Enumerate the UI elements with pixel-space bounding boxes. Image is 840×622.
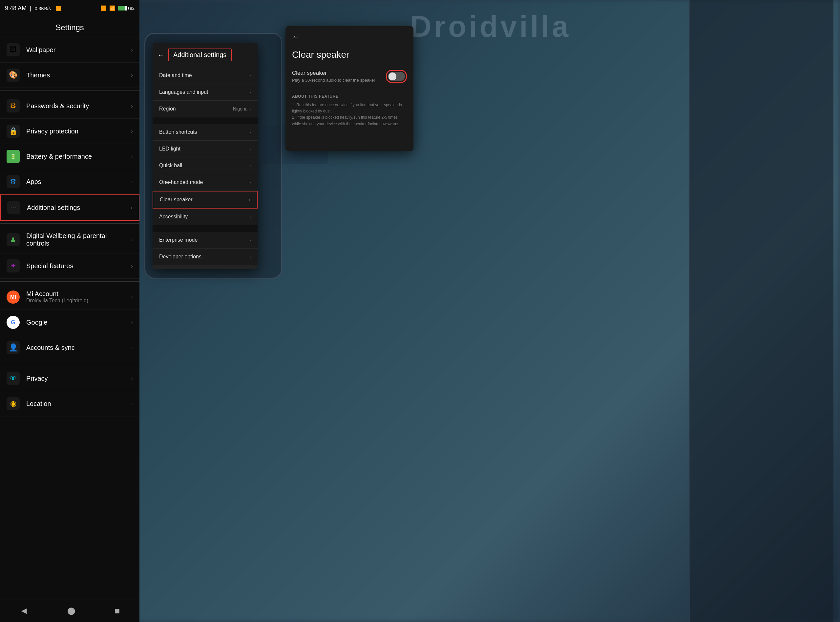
apps-chevron: › [131, 178, 133, 185]
clear-speaker-sublabel: Play a 30-second audio to clear the spea… [292, 78, 386, 82]
menu-item-date-time[interactable]: Date and time › [153, 67, 258, 84]
sidebar-item-accounts-sync[interactable]: 👤 Accounts & sync › [0, 335, 139, 360]
menu-item-languages[interactable]: Languages and input › [153, 84, 258, 101]
location-icon: ◉ [6, 397, 20, 410]
status-bar: 9:48 AM | 0.3KB/s 📶 📶 📶 82 [0, 0, 139, 17]
clear-speaker-toggle[interactable] [388, 72, 405, 81]
date-time-label: Date and time [159, 72, 192, 78]
sidebar-item-apps[interactable]: ⚙ Apps › [0, 169, 139, 194]
accessibility-label: Accessibility [159, 214, 188, 220]
status-right: 📶 📶 82 [101, 5, 134, 11]
clear-speaker-info: Clear speaker Play a 30-second audio to … [292, 70, 386, 82]
wallpaper-chevron: › [131, 47, 133, 53]
region-chevron: › [249, 106, 251, 111]
location-label: Location [26, 400, 131, 407]
phone-mockup-right-bg [689, 0, 834, 622]
accounts-sync-chevron: › [131, 344, 133, 351]
mi-account-chevron: › [131, 293, 133, 300]
digital-wellbeing-icon: ♟ [6, 233, 20, 246]
menu-item-clear-speaker[interactable]: Clear speaker › [153, 191, 258, 209]
quick-ball-chevron: › [249, 163, 251, 168]
special-features-label: Special features [26, 262, 131, 270]
menu-item-enterprise[interactable]: Enterprise mode › [153, 232, 258, 248]
sidebar-item-additional-settings[interactable]: ⋯ Additional settings › [0, 194, 139, 221]
privacy-icon: 👁 [6, 372, 20, 385]
menu-item-quick-ball[interactable]: Quick ball › [153, 157, 258, 174]
apps-label: Apps [26, 178, 131, 186]
privacy-label: Privacy [26, 375, 131, 382]
themes-icon: 🎨 [6, 69, 20, 82]
sidebar-item-wallpaper[interactable]: 🖼 Wallpaper › [0, 37, 139, 63]
additional-settings-label: Additional settings [27, 204, 130, 212]
developer-label: Developer options [159, 254, 202, 260]
menu-item-one-handed[interactable]: One-handed mode › [153, 174, 258, 191]
led-light-chevron: › [249, 146, 251, 151]
recent-nav-btn[interactable]: ■ [115, 605, 120, 616]
special-features-chevron: › [131, 263, 133, 270]
accessibility-chevron: › [249, 214, 251, 220]
sidebar-item-special-features[interactable]: ✦ Special features › [0, 253, 139, 279]
special-features-icon: ✦ [6, 259, 20, 273]
sidebar-item-battery[interactable]: 🔋 Battery & performance › [0, 144, 139, 169]
menu-item-developer[interactable]: Developer options › [153, 248, 258, 265]
button-shortcuts-label: Button shortcuts [159, 129, 197, 135]
clear-speaker-chevron: › [249, 197, 250, 202]
wallpaper-icon: 🖼 [6, 43, 20, 56]
about-feature-section: About this feature 1. Run this feature o… [286, 88, 414, 133]
middle-back-button[interactable]: ← [157, 51, 165, 59]
menu-item-region[interactable]: Region Nigeria › [153, 101, 258, 117]
digital-wellbeing-chevron: › [131, 236, 133, 243]
sidebar-item-passwords[interactable]: ⚙ Passwords & security › [0, 93, 139, 119]
enterprise-chevron: › [249, 237, 251, 242]
clear-speaker-panel: ← Clear speaker Clear speaker Play a 30-… [286, 26, 414, 151]
passwords-icon: ⚙ [6, 99, 20, 113]
mi-account-label: Mi Account [26, 290, 131, 298]
themes-label: Themes [26, 72, 131, 79]
toggle-knob [388, 72, 396, 80]
battery-perf-icon: 🔋 [6, 150, 20, 163]
sidebar-item-themes[interactable]: 🎨 Themes › [0, 63, 139, 88]
sidebar-item-google[interactable]: G Google › [0, 310, 139, 335]
home-nav-btn[interactable]: ⬤ [67, 607, 75, 615]
quick-ball-label: Quick ball [159, 163, 182, 169]
button-shortcuts-chevron: › [249, 130, 251, 135]
bottom-nav: ◄ ⬤ ■ [0, 599, 139, 622]
sidebar-item-location[interactable]: ◉ Location › [0, 391, 139, 416]
languages-label: Languages and input [159, 89, 208, 95]
one-handed-label: One-handed mode [159, 179, 203, 185]
clear-speaker-row: Clear speaker Play a 30-second audio to … [286, 67, 414, 88]
settings-list: 🖼 Wallpaper › 🎨 Themes › ⚙ Passwords & s… [0, 37, 139, 599]
led-light-label: LED light [159, 146, 180, 152]
clear-speaker-setting-label: Clear speaker [292, 70, 386, 76]
menu-item-button-shortcuts[interactable]: Button shortcuts › [153, 124, 258, 141]
middle-panel-title: Additional settings [173, 51, 226, 58]
clear-speaker-toggle-wrapper [386, 70, 407, 83]
google-label: Google [26, 319, 131, 326]
menu-item-led-light[interactable]: LED light › [153, 141, 258, 157]
mi-account-sublabel: Droidvilla Tech (Legitdroid) [26, 298, 131, 303]
battery-chevron: › [131, 153, 133, 160]
about-feature-text: 1. Run this feature once or twice if you… [292, 102, 407, 127]
sidebar-item-digital-wellbeing[interactable]: ♟ Digital Wellbeing & parental controls … [0, 226, 139, 253]
date-time-chevron: › [249, 73, 251, 78]
sidebar-item-privacy[interactable]: 👁 Privacy › [0, 366, 139, 391]
right-back-button[interactable]: ← [292, 33, 299, 41]
sidebar-item-privacy-protection[interactable]: 🔒 Privacy protection › [0, 119, 139, 144]
digital-wellbeing-label: Digital Wellbeing & parental controls [26, 232, 131, 247]
region-value: Nigeria [233, 106, 247, 111]
sidebar-item-mi-account[interactable]: MI Mi Account Droidvilla Tech (Legitdroi… [0, 284, 139, 310]
settings-title: Settings [0, 17, 139, 37]
accounts-sync-label: Accounts & sync [26, 344, 131, 352]
region-label: Region [159, 106, 176, 112]
developer-chevron: › [249, 254, 251, 259]
menu-item-accessibility[interactable]: Accessibility › [153, 209, 258, 225]
passwords-label: Passwords & security [26, 102, 131, 110]
privacy-protection-label: Privacy protection [26, 128, 131, 135]
battery-icon [118, 6, 127, 11]
back-nav-btn[interactable]: ◄ [19, 605, 29, 616]
right-panel-title: Clear speaker [286, 44, 414, 67]
languages-chevron: › [249, 90, 251, 95]
enterprise-label: Enterprise mode [159, 237, 197, 243]
additional-settings-chevron: › [130, 204, 132, 211]
privacy-protection-chevron: › [131, 128, 133, 135]
